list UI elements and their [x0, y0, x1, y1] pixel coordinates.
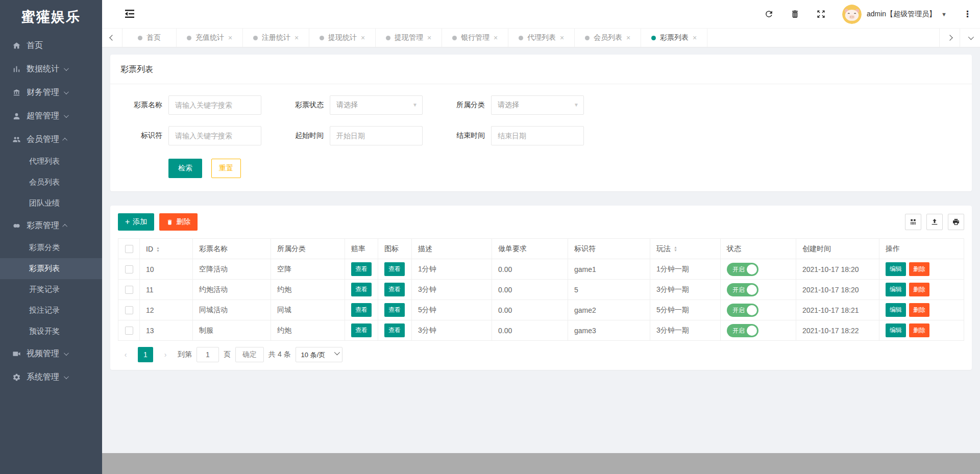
sidebar-item-lottery-category[interactable]: 彩票分类: [0, 237, 102, 258]
odds-view-button[interactable]: 查看: [351, 283, 372, 296]
start-date-input[interactable]: [330, 126, 423, 145]
status-toggle[interactable]: 开启: [727, 263, 758, 276]
sidebar-item-label: 财务管理: [27, 87, 59, 98]
goto-confirm-button[interactable]: 确定: [235, 347, 264, 362]
sort-icon[interactable]: ▲▼: [156, 246, 160, 253]
page-size-select[interactable]: 10 条/页: [296, 347, 342, 362]
sidebar-item-super-admin[interactable]: 超管管理: [0, 104, 102, 128]
tab-home[interactable]: 首页: [122, 29, 177, 47]
tab-close-icon[interactable]: ×: [427, 34, 431, 41]
tab-label: 注册统计: [262, 33, 290, 42]
goto-page-input[interactable]: [197, 347, 219, 362]
edit-button[interactable]: 编辑: [886, 303, 906, 317]
tab-bank-manage[interactable]: 银行管理 ×: [442, 29, 508, 47]
columns-filter-button[interactable]: [905, 214, 921, 230]
tab-dot-icon: [452, 36, 457, 40]
sidebar-item-finance[interactable]: 财务管理: [0, 81, 102, 104]
search-button[interactable]: 检索: [168, 159, 202, 178]
table-header-row: ID▲▼ 彩票名称 所属分类 赔率 图标 描述 做单要求 标识符 玩法▲▼ 状态…: [118, 239, 964, 259]
sidebar-item-agent-list[interactable]: 代理列表: [0, 151, 102, 172]
current-page-button[interactable]: 1: [138, 347, 153, 362]
status-toggle[interactable]: 开启: [727, 324, 758, 337]
tab-bar: 首页 充值统计 × 注册统计 × 提现统计 × 提现管理 ×: [102, 28, 980, 47]
tab-withdraw-manage[interactable]: 提现管理 ×: [376, 29, 442, 47]
sidebar-item-team-performance[interactable]: 团队业绩: [0, 193, 102, 214]
row-checkbox[interactable]: [125, 327, 133, 335]
sidebar-item-video[interactable]: 视频管理: [0, 342, 102, 365]
print-button[interactable]: [948, 214, 964, 230]
select-all-checkbox[interactable]: [125, 245, 133, 253]
row-delete-button[interactable]: 删除: [909, 303, 929, 317]
tabs-scroll-right-button[interactable]: [939, 29, 960, 47]
sidebar-item-data-stats[interactable]: 数据统计: [0, 57, 102, 81]
sidebar-item-bet-records[interactable]: 投注记录: [0, 300, 102, 321]
tab-withdraw-stats[interactable]: 提现统计 ×: [309, 29, 376, 47]
tab-close-icon[interactable]: ×: [560, 34, 564, 41]
edit-button[interactable]: 编辑: [886, 262, 906, 276]
sidebar-item-members[interactable]: 会员管理: [0, 128, 102, 151]
field-lottery-status: 彩票状态 请选择 ▼: [287, 95, 423, 115]
icon-view-button[interactable]: 查看: [384, 323, 405, 337]
row-delete-button[interactable]: 删除: [909, 283, 929, 296]
prev-page-button[interactable]: ‹: [118, 347, 133, 362]
sidebar-item-system[interactable]: 系统管理: [0, 365, 102, 389]
bulk-delete-button[interactable]: 删除: [159, 213, 198, 231]
tab-member-list[interactable]: 会员列表 ×: [575, 29, 641, 47]
tab-close-icon[interactable]: ×: [295, 34, 299, 41]
sidebar-item-lottery-list[interactable]: 彩票列表: [0, 258, 102, 279]
sort-icon[interactable]: ▲▼: [674, 246, 677, 252]
icon-view-button[interactable]: 查看: [384, 262, 405, 276]
fullscreen-icon[interactable]: [816, 9, 826, 19]
cell-identifier: game3: [568, 320, 650, 341]
row-checkbox[interactable]: [125, 306, 133, 314]
row-delete-button[interactable]: 删除: [909, 262, 929, 276]
trash-icon[interactable]: [790, 9, 800, 19]
tab-label: 会员列表: [594, 33, 622, 42]
sidebar-item-member-list[interactable]: 会员列表: [0, 172, 102, 193]
tab-lottery-list[interactable]: 彩票列表 ×: [641, 29, 707, 47]
tabs-menu-button[interactable]: [960, 29, 980, 47]
edit-button[interactable]: 编辑: [886, 283, 906, 296]
tab-agent-list[interactable]: 代理列表 ×: [508, 29, 575, 47]
odds-view-button[interactable]: 查看: [351, 262, 372, 276]
odds-view-button[interactable]: 查看: [351, 323, 372, 337]
select-caret-icon: ▼: [574, 102, 579, 108]
odds-view-button[interactable]: 查看: [351, 303, 372, 317]
status-toggle[interactable]: 开启: [727, 283, 758, 296]
row-checkbox[interactable]: [125, 265, 133, 273]
sidebar-item-preset-draw[interactable]: 预设开奖: [0, 321, 102, 342]
end-date-input[interactable]: [491, 126, 584, 145]
tab-close-icon[interactable]: ×: [626, 34, 630, 41]
refresh-icon[interactable]: [764, 9, 774, 19]
collapse-sidebar-button[interactable]: [124, 8, 137, 21]
lottery-status-select[interactable]: 请选择: [330, 95, 423, 115]
trash-icon: [166, 219, 173, 226]
next-page-button[interactable]: ›: [158, 347, 173, 362]
category-select[interactable]: 请选择: [491, 95, 584, 115]
sidebar-item-lottery[interactable]: 彩票管理: [0, 214, 102, 237]
toggle-label: 开启: [732, 286, 745, 293]
more-vertical-icon[interactable]: ⋮: [963, 9, 972, 19]
sidebar-item-home[interactable]: 首页: [0, 34, 102, 57]
topbar-actions: admin【超级管理员】 ▼ ⋮: [764, 5, 972, 24]
tab-register-stats[interactable]: 注册统计 ×: [243, 29, 309, 47]
row-checkbox[interactable]: [125, 286, 133, 294]
tab-recharge-stats[interactable]: 充值统计 ×: [177, 29, 243, 47]
tab-close-icon[interactable]: ×: [494, 34, 498, 41]
export-button[interactable]: [926, 214, 943, 230]
edit-button[interactable]: 编辑: [886, 323, 906, 337]
tabs-scroll-left-button[interactable]: [102, 29, 122, 47]
add-button[interactable]: + 添加: [118, 213, 154, 231]
user-menu[interactable]: admin【超级管理员】 ▼: [842, 5, 947, 24]
icon-view-button[interactable]: 查看: [384, 303, 405, 317]
sidebar-item-draw-records[interactable]: 开奖记录: [0, 279, 102, 300]
tab-close-icon[interactable]: ×: [361, 34, 365, 41]
status-toggle[interactable]: 开启: [727, 304, 758, 317]
row-delete-button[interactable]: 删除: [909, 323, 929, 337]
icon-view-button[interactable]: 查看: [384, 283, 405, 296]
identifier-input[interactable]: [168, 126, 261, 145]
reset-button[interactable]: 重置: [211, 159, 241, 178]
tab-close-icon[interactable]: ×: [693, 34, 697, 41]
lottery-name-input[interactable]: [168, 95, 261, 115]
tab-close-icon[interactable]: ×: [228, 34, 232, 41]
